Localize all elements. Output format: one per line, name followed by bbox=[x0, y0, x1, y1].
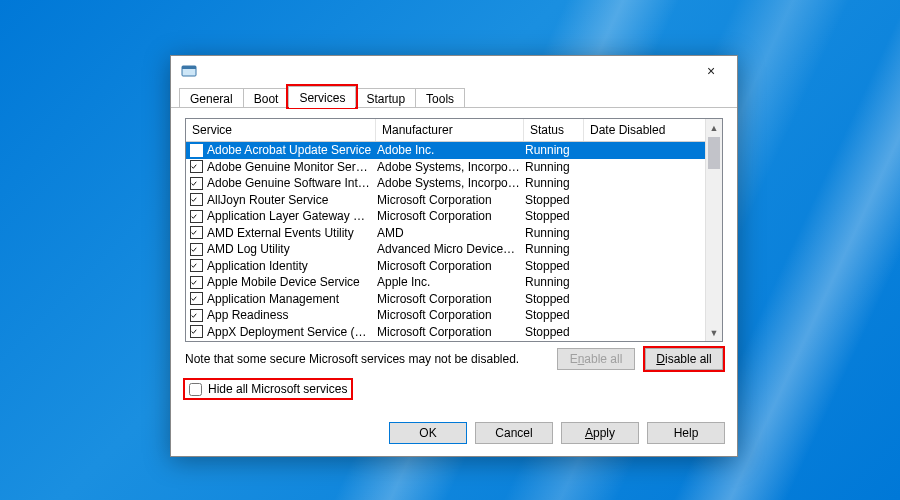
cell-manufacturer: Microsoft Corporation bbox=[377, 193, 525, 207]
cell-status: Stopped bbox=[525, 193, 585, 207]
table-row[interactable]: Adobe Genuine Monitor ServiceAdobe Syste… bbox=[186, 159, 722, 176]
cell-status: Running bbox=[525, 275, 585, 289]
cell-service: Apple Mobile Device Service bbox=[207, 275, 377, 289]
cell-status: Stopped bbox=[525, 325, 585, 339]
table-row[interactable]: Application ManagementMicrosoft Corporat… bbox=[186, 291, 722, 308]
column-header-date-disabled[interactable]: Date Disabled bbox=[584, 119, 722, 141]
cell-manufacturer: Microsoft Corporation bbox=[377, 292, 525, 306]
cell-service: Adobe Genuine Software Integri... bbox=[207, 176, 377, 190]
hide-microsoft-checkbox-input[interactable] bbox=[189, 383, 202, 396]
tab-startup[interactable]: Startup bbox=[355, 88, 416, 107]
cell-manufacturer: Microsoft Corporation bbox=[377, 259, 525, 273]
cell-service: Application Management bbox=[207, 292, 377, 306]
listview-body[interactable]: Adobe Acrobat Update ServiceAdobe Inc.Ru… bbox=[186, 142, 722, 341]
row-checkbox[interactable] bbox=[190, 193, 203, 206]
column-header-service[interactable]: Service bbox=[186, 119, 376, 141]
scroll-up-icon[interactable]: ▲ bbox=[706, 119, 722, 136]
listview-header: Service Manufacturer Status Date Disable… bbox=[186, 119, 722, 142]
cancel-button[interactable]: Cancel bbox=[475, 422, 553, 444]
row-checkbox[interactable] bbox=[190, 144, 203, 157]
row-checkbox[interactable] bbox=[190, 276, 203, 289]
cell-service: Adobe Acrobat Update Service bbox=[207, 143, 377, 157]
cell-status: Stopped bbox=[525, 308, 585, 322]
apply-button[interactable]: Apply bbox=[561, 422, 639, 444]
disable-all-button[interactable]: Disable all bbox=[645, 348, 723, 370]
row-checkbox[interactable] bbox=[190, 259, 203, 272]
cell-manufacturer: Microsoft Corporation bbox=[377, 209, 525, 223]
cell-manufacturer: Adobe Inc. bbox=[377, 143, 525, 157]
dialog-buttons: OK Cancel Apply Help bbox=[171, 412, 737, 456]
cell-manufacturer: Microsoft Corporation bbox=[377, 308, 525, 322]
cell-manufacturer: Adobe Systems, Incorpora... bbox=[377, 176, 525, 190]
row-checkbox[interactable] bbox=[190, 210, 203, 223]
close-button[interactable]: × bbox=[689, 57, 733, 85]
cell-status: Stopped bbox=[525, 292, 585, 306]
hide-services-row: Hide all Microsoft services bbox=[185, 380, 723, 398]
hide-microsoft-label: Hide all Microsoft services bbox=[208, 382, 347, 396]
close-icon: × bbox=[707, 63, 715, 79]
table-row[interactable]: Apple Mobile Device ServiceApple Inc.Run… bbox=[186, 274, 722, 291]
cell-status: Running bbox=[525, 226, 585, 240]
titlebar[interactable]: × bbox=[171, 56, 737, 86]
table-row[interactable]: AllJoyn Router ServiceMicrosoft Corporat… bbox=[186, 192, 722, 209]
app-icon bbox=[181, 63, 197, 79]
tab-boot[interactable]: Boot bbox=[243, 88, 290, 107]
row-checkbox[interactable] bbox=[190, 243, 203, 256]
cell-manufacturer: Apple Inc. bbox=[377, 275, 525, 289]
msconfig-dialog: × General Boot Services Startup Tools Se… bbox=[170, 55, 738, 457]
row-checkbox[interactable] bbox=[190, 226, 203, 239]
cell-service: Application Identity bbox=[207, 259, 377, 273]
row-checkbox[interactable] bbox=[190, 309, 203, 322]
cell-status: Running bbox=[525, 160, 585, 174]
services-listview[interactable]: Service Manufacturer Status Date Disable… bbox=[185, 118, 723, 342]
column-header-status[interactable]: Status bbox=[524, 119, 584, 141]
cell-status: Stopped bbox=[525, 209, 585, 223]
row-checkbox[interactable] bbox=[190, 325, 203, 338]
tab-services[interactable]: Services bbox=[288, 86, 356, 107]
tab-general[interactable]: General bbox=[179, 88, 244, 107]
table-row[interactable]: Application IdentityMicrosoft Corporatio… bbox=[186, 258, 722, 275]
table-row[interactable]: AMD External Events UtilityAMDRunning bbox=[186, 225, 722, 242]
cell-status: Running bbox=[525, 242, 585, 256]
enable-all-button[interactable]: Enable all bbox=[557, 348, 635, 370]
hide-microsoft-checkbox[interactable]: Hide all Microsoft services bbox=[185, 380, 351, 398]
row-checkbox[interactable] bbox=[190, 177, 203, 190]
table-row[interactable]: AMD Log UtilityAdvanced Micro Devices, I… bbox=[186, 241, 722, 258]
scrollbar-vertical[interactable]: ▲ ▼ bbox=[705, 119, 722, 341]
table-row[interactable]: AppX Deployment Service (AppX...Microsof… bbox=[186, 324, 722, 341]
row-checkbox[interactable] bbox=[190, 160, 203, 173]
table-row[interactable]: App ReadinessMicrosoft CorporationStoppe… bbox=[186, 307, 722, 324]
scroll-down-icon[interactable]: ▼ bbox=[706, 324, 722, 341]
scroll-thumb[interactable] bbox=[708, 137, 720, 169]
table-row[interactable]: Application Layer Gateway ServiceMicroso… bbox=[186, 208, 722, 225]
cell-service: AllJoyn Router Service bbox=[207, 193, 377, 207]
row-checkbox[interactable] bbox=[190, 292, 203, 305]
cell-manufacturer: AMD bbox=[377, 226, 525, 240]
cell-service: Application Layer Gateway Service bbox=[207, 209, 377, 223]
cell-status: Running bbox=[525, 176, 585, 190]
column-header-manufacturer[interactable]: Manufacturer bbox=[376, 119, 524, 141]
note-text: Note that some secure Microsoft services… bbox=[185, 352, 557, 366]
cell-manufacturer: Microsoft Corporation bbox=[377, 325, 525, 339]
table-row[interactable]: Adobe Genuine Software Integri...Adobe S… bbox=[186, 175, 722, 192]
note-row: Note that some secure Microsoft services… bbox=[185, 348, 723, 370]
cell-service: AppX Deployment Service (AppX... bbox=[207, 325, 377, 339]
cell-status: Running bbox=[525, 143, 585, 157]
cell-service: AMD External Events Utility bbox=[207, 226, 377, 240]
table-row[interactable]: Adobe Acrobat Update ServiceAdobe Inc.Ru… bbox=[186, 142, 722, 159]
cell-service: App Readiness bbox=[207, 308, 377, 322]
ok-button[interactable]: OK bbox=[389, 422, 467, 444]
cell-manufacturer: Adobe Systems, Incorpora... bbox=[377, 160, 525, 174]
cell-status: Stopped bbox=[525, 259, 585, 273]
tab-tools[interactable]: Tools bbox=[415, 88, 465, 107]
cell-service: AMD Log Utility bbox=[207, 242, 377, 256]
cell-manufacturer: Advanced Micro Devices, I... bbox=[377, 242, 525, 256]
tab-content: Service Manufacturer Status Date Disable… bbox=[171, 108, 737, 412]
cell-service: Adobe Genuine Monitor Service bbox=[207, 160, 377, 174]
tab-strip: General Boot Services Startup Tools bbox=[171, 86, 737, 108]
svg-rect-1 bbox=[182, 66, 196, 69]
help-button[interactable]: Help bbox=[647, 422, 725, 444]
